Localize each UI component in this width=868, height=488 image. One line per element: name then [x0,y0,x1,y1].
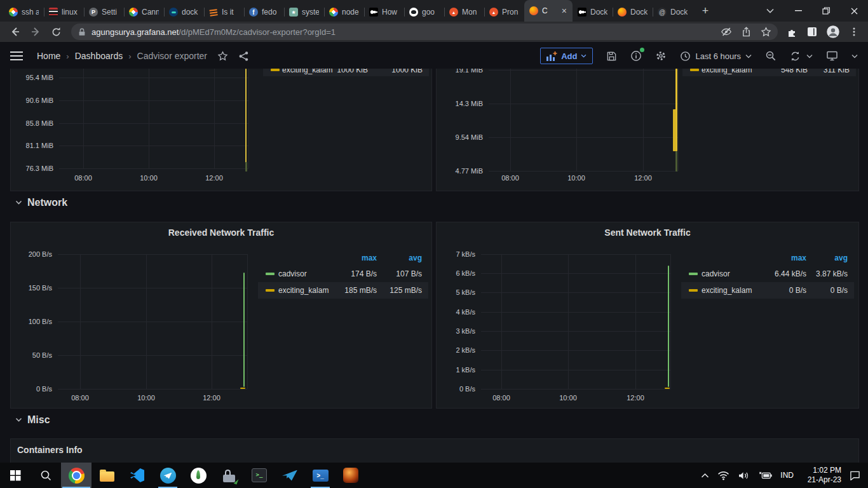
legend-header-avg[interactable]: avg [789,254,848,262]
browser-tab[interactable]: goo [404,3,444,22]
browser-tab[interactable]: fedo [244,3,284,22]
back-button[interactable] [6,23,24,41]
panel-memory-cached[interactable]: 19.1 MiB14.3 MiB9.54 MiB4.77 MiB08:0010:… [436,69,859,191]
browser-tab[interactable]: Setti [84,3,124,22]
legend-series-name[interactable]: cadvisor [702,269,730,278]
gridline [59,78,248,78]
browser-tab[interactable]: ssh a [4,3,44,22]
taskbar-vscode-button[interactable] [122,463,153,488]
taskbar-powershell-button[interactable] [305,463,336,488]
volume-icon[interactable] [738,471,750,480]
docker-favicon-icon [169,8,178,17]
browser-tab[interactable]: Dock [653,3,693,22]
panel-containers-info[interactable]: Containers Info [10,438,859,463]
taskbar-game-button[interactable] [336,463,366,488]
menu-hamburger-icon[interactable] [10,51,23,60]
panel-memory-usage[interactable]: 95.4 MiB90.6 MiB85.8 MiB81.1 MiB76.3 MiB… [10,69,432,191]
favorite-star-icon[interactable] [217,51,228,62]
browser-tab[interactable]: node [324,3,364,22]
y-axis-tick-label: 100 B/s [11,317,52,326]
dashboard-insights-icon[interactable] [630,50,642,62]
y-axis-tick-label: 3 kB/s [437,327,475,336]
taskbar-winscp-button[interactable] [214,463,244,488]
add-panel-button[interactable]: Add [540,48,593,64]
browser-tab[interactable]: Dock [573,3,613,22]
section-row-misc[interactable]: Misc [15,414,50,426]
legend-header-avg[interactable]: avg [363,254,422,262]
taskbar-search-button[interactable] [31,463,61,488]
password-eye-off-icon[interactable] [721,26,732,37]
gridline [58,355,247,356]
browser-tab[interactable]: C× [524,0,573,22]
taskbar-clock[interactable]: 1:02 PM 21-Apr-23 [802,466,841,485]
panel-sent-network-traffic[interactable]: Sent Network Traffic7 kB/s6 kB/s5 kB/s4 … [436,222,859,409]
section-row-network[interactable]: Network [15,197,67,208]
taskbar-mongodb-button[interactable] [183,463,214,488]
tv-kiosk-mode-icon[interactable] [826,50,838,62]
taskbar-start-button[interactable] [0,463,31,488]
browser-tab[interactable]: linux [44,3,84,22]
panel-title[interactable]: Containers Info [17,445,858,455]
gridline [481,254,670,255]
refresh-icon[interactable] [790,51,801,62]
zoom-out-icon[interactable] [765,50,776,62]
legend-series-name[interactable]: exciting_kalam [702,69,752,74]
taskbar-chrome-button[interactable] [61,463,92,488]
share-icon[interactable] [741,27,752,37]
profile-avatar[interactable] [826,25,840,39]
refresh-interval-chevron-icon[interactable] [806,54,813,58]
language-indicator[interactable]: IND [780,471,794,480]
time-range-label: Last 6 hours [695,51,741,61]
minimize-button[interactable] [784,0,812,22]
gridline [149,69,149,168]
share-dashboard-icon[interactable] [238,51,249,62]
browser-tab[interactable]: How [364,3,404,22]
taskbar-file-explorer-button[interactable] [92,463,122,488]
breadcrumb-home[interactable]: Home [37,51,60,61]
breadcrumb-current-dashboard: Cadvisor exporter [137,51,208,61]
legend-series-name[interactable]: exciting_kalam [702,286,752,295]
gridline [80,254,81,389]
wifi-icon[interactable] [717,471,729,480]
tray-chevron-up-icon[interactable] [701,473,709,478]
time-range-picker[interactable]: Last 6 hours [680,51,752,62]
new-tab-button[interactable]: + [696,2,714,20]
maximize-restore-button[interactable] [812,0,840,22]
save-dashboard-icon[interactable] [606,51,617,62]
chart-sent-network-traffic: Sent Network Traffic7 kB/s6 kB/s5 kB/s4 … [437,222,858,408]
toolbar-more-chevron-icon[interactable] [851,54,858,58]
browser-tab[interactable]: syste [284,3,324,22]
x-axis-tick-label: 08:00 [487,394,515,402]
screen: ssh alinuxSettiCanndockIs itfedosystenod… [0,0,868,488]
tab-close-icon[interactable]: × [561,6,567,15]
browser-tab[interactable]: Pron [484,3,524,22]
browser-tab[interactable]: dock [164,3,204,22]
forward-button[interactable] [27,23,44,41]
taskbar-telegram-button[interactable] [153,463,183,488]
panel-received-network-traffic[interactable]: Received Network Traffic200 B/s150 B/s10… [10,222,432,409]
taskbar-terminal-button[interactable] [244,463,275,488]
legend-series-name[interactable]: cadvisor [278,269,307,278]
side-panel-icon[interactable] [807,27,817,37]
browser-tab[interactable]: Is it [204,3,244,22]
reload-button[interactable] [47,23,65,41]
y-axis-tick-label: 0 B/s [437,384,475,393]
y-axis-tick-label: 85.8 MiB [11,119,53,128]
gridline [481,389,670,390]
close-window-button[interactable] [840,0,868,22]
menu-dots-icon[interactable] [849,27,859,37]
action-center-icon[interactable] [850,470,860,480]
extensions-puzzle-icon[interactable] [787,26,798,37]
address-bar[interactable]: agungsurya.grafana.net/d/pMEd7m0Mz/cadvi… [71,24,778,40]
browser-tab[interactable]: Mon [444,3,484,22]
breadcrumb-dashboards[interactable]: Dashboards [75,51,123,61]
browser-tab[interactable]: Cann [124,3,164,22]
tab-search-chevron-icon[interactable] [756,0,784,22]
browser-tab[interactable]: Dock [613,3,653,22]
dashboard-settings-gear-icon[interactable] [655,50,667,62]
battery-charging-icon[interactable] [758,471,772,480]
taskbar-paper-plane-button[interactable] [275,463,305,488]
x-axis-tick-label: 08:00 [69,174,97,182]
y-axis-tick-label: 2 kB/s [437,346,475,355]
bookmark-star-icon[interactable] [761,27,771,37]
